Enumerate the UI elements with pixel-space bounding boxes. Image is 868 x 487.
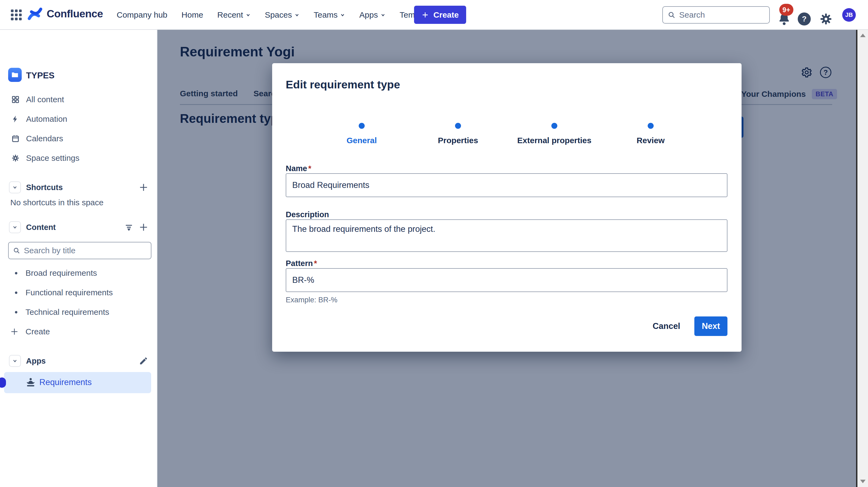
step-general[interactable]: General [313, 123, 410, 145]
top-navigation: Confluence Company hub Home Recent Space… [0, 0, 868, 30]
chevron-down-icon [12, 185, 18, 190]
pattern-helper-text: Example: BR-% [286, 296, 338, 304]
description-field[interactable]: The broad requirements of the project. [286, 219, 727, 252]
collapse-apps-button[interactable] [9, 355, 21, 367]
chevron-down-icon [246, 12, 251, 18]
required-asterisk: * [314, 259, 317, 268]
scroll-down-arrow[interactable] [860, 480, 866, 483]
grid-squares-icon [11, 95, 20, 104]
bullet-icon [15, 311, 18, 314]
pattern-field[interactable] [286, 268, 727, 292]
bullet-icon [15, 292, 18, 294]
step-dot [551, 123, 557, 129]
confluence-logo[interactable]: Confluence [27, 6, 103, 22]
modal-footer: Cancel Next [647, 316, 727, 336]
space-name[interactable]: TYPES [26, 70, 55, 80]
settings-button[interactable] [819, 12, 833, 26]
sidebar-create-button[interactable]: Create [0, 322, 157, 342]
bullet-icon [15, 272, 18, 274]
plus-icon [422, 11, 429, 19]
active-indicator [0, 378, 6, 388]
edit-apps-button[interactable] [139, 356, 148, 365]
nav-teams[interactable]: Teams [314, 10, 345, 20]
confluence-mark-icon [27, 6, 43, 22]
content-search-input[interactable] [24, 246, 141, 255]
sidebar-item-automation[interactable]: Automation [0, 109, 157, 129]
apps-section-header: Apps [0, 351, 157, 371]
chevron-down-icon [12, 225, 18, 230]
nav-company-hub[interactable]: Company hub [117, 10, 167, 20]
app-switcher-icon[interactable] [11, 9, 22, 20]
help-button[interactable]: ? [798, 12, 811, 26]
chevron-down-icon [294, 12, 300, 18]
chevron-down-icon [380, 12, 385, 18]
search-icon [13, 247, 20, 254]
sidebar-item-all-content[interactable]: All content [0, 90, 157, 109]
name-field-label: Name* [286, 164, 311, 173]
collapse-shortcuts-button[interactable] [9, 182, 21, 193]
collapse-content-button[interactable] [9, 221, 21, 233]
vertical-scrollbar[interactable] [858, 30, 868, 487]
page-item-technical-requirements[interactable]: Technical requirements [0, 302, 157, 322]
notification-badge: 9+ [779, 4, 794, 16]
gear-icon [819, 12, 833, 26]
nav-home[interactable]: Home [182, 10, 203, 20]
calendar-icon [11, 134, 20, 142]
step-external-properties[interactable]: External properties [505, 123, 603, 145]
page-item-functional-requirements[interactable]: Functional requirements [0, 283, 157, 302]
shortcuts-empty-message: No shortcuts in this space [10, 198, 104, 207]
space-sidebar: TYPES All content Automation Calendars [0, 30, 157, 487]
nav-apps[interactable]: Apps [359, 10, 385, 20]
chevron-down-icon [12, 358, 18, 364]
filter-icon [124, 223, 133, 232]
add-shortcut-button[interactable] [139, 183, 148, 192]
modal-title: Edit requirement type [286, 78, 400, 91]
notifications-button[interactable]: 9+ [775, 8, 795, 27]
global-create-button[interactable]: Create [414, 6, 466, 24]
requirements-label: Requirements [39, 378, 92, 387]
step-dot [455, 123, 461, 129]
scroll-up-arrow[interactable] [860, 34, 866, 37]
plus-icon [139, 223, 148, 232]
question-mark-icon: ? [802, 14, 806, 23]
content-search [8, 242, 151, 259]
global-search [662, 6, 770, 24]
page-item-broad-requirements[interactable]: Broad requirements [0, 263, 157, 283]
user-avatar[interactable]: JB [842, 8, 856, 22]
pattern-field-label: Pattern* [286, 259, 317, 268]
plus-icon [139, 183, 148, 192]
nav-spaces[interactable]: Spaces [265, 10, 300, 20]
step-dot [648, 123, 654, 129]
chevron-down-icon [340, 12, 345, 18]
nav-recent[interactable]: Recent [217, 10, 251, 20]
step-dot [359, 123, 365, 129]
description-field-label: Description [286, 210, 329, 219]
required-asterisk: * [308, 164, 311, 173]
folder-icon [11, 71, 19, 79]
space-icon[interactable] [8, 68, 22, 82]
next-button[interactable]: Next [694, 317, 727, 336]
requirement-yogi-icon [26, 377, 36, 388]
search-icon [668, 11, 675, 19]
confluence-app: Confluence Company hub Home Recent Space… [0, 0, 868, 487]
primary-nav: Company hub Home Recent Spaces Teams App… [117, 0, 437, 30]
plus-icon [10, 328, 19, 336]
step-properties[interactable]: Properties [409, 123, 507, 145]
sidebar-item-calendars[interactable]: Calendars [0, 129, 157, 148]
content-section-header: Content [0, 218, 157, 237]
filter-content-button[interactable] [124, 223, 133, 232]
edit-requirement-type-modal: Edit requirement type General Properties… [272, 63, 742, 352]
sidebar-item-space-settings[interactable]: Space settings [0, 148, 157, 168]
global-search-input[interactable] [679, 10, 758, 20]
gear-icon [11, 154, 20, 162]
name-field[interactable] [286, 173, 727, 197]
pencil-icon [139, 356, 148, 365]
cancel-button[interactable]: Cancel [647, 317, 686, 335]
add-content-button[interactable] [139, 223, 148, 232]
lightning-icon [11, 115, 20, 123]
step-review[interactable]: Review [602, 123, 700, 145]
shortcuts-section-header: Shortcuts [0, 177, 157, 197]
product-wordmark: Confluence [47, 8, 103, 20]
